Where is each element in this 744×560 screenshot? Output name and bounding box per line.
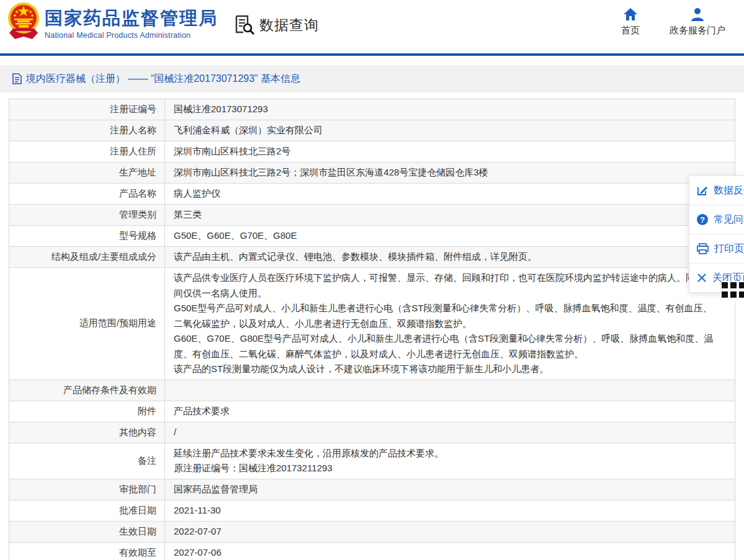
row-value-line: 原注册证编号：国械注准20173211293 — [174, 461, 714, 476]
table-row: 其他内容/ — [9, 422, 735, 443]
nav-item-home[interactable]: 首页 — [621, 7, 640, 37]
menu-item-label: 数据反馈 — [714, 184, 744, 197]
table-row: 生效日期2022-07-07 — [9, 521, 735, 542]
print-icon — [697, 243, 709, 254]
row-value: 第三类 — [165, 205, 735, 225]
nav-item-gov-portal[interactable]: 政务服务门户 — [670, 7, 725, 37]
row-value-line: 飞利浦金科威（深圳）实业有限公司 — [174, 123, 714, 138]
table-row: 型号规格G50E、G60E、G70E、G80E — [9, 225, 735, 246]
row-label: 有效期至 — [9, 543, 165, 560]
menu-item-label: 打印页面 — [714, 242, 744, 256]
top-nav: 首页 政务服务门户 — [621, 7, 725, 37]
row-value-line: 第三类 — [174, 207, 714, 223]
table-row: 注册证编号国械注准20173071293 — [9, 99, 735, 120]
row-value: 该产品供专业医疗人员在医疗环境下监护病人，可报警、显示、存储、回顾和打印，也可在… — [165, 268, 735, 380]
table-row: 附件产品技术要求 — [9, 401, 735, 422]
table-row: 产品储存条件及有效期 — [9, 380, 735, 401]
menu-item-label: 常见问题 — [714, 213, 744, 226]
feedback-edit-icon — [697, 185, 708, 196]
site-header: 国家药品监督管理局 National Medical Products Admi… — [0, 0, 744, 53]
table-row: 注册人名称飞利浦金科威（深圳）实业有限公司 — [9, 120, 735, 141]
row-value: 2021-11-30 — [165, 500, 735, 521]
table-row: 备注延续注册产品技术要求未发生变化，沿用原核发的产品技术要求。原注册证编号：国械… — [9, 443, 735, 479]
row-value-line: 深圳市南山区科技北三路2号；深圳市盐田区东海道428号宝捷仓储园仓库3楼 — [174, 165, 714, 180]
row-label: 备注 — [9, 443, 165, 479]
row-value-line — [174, 383, 714, 398]
row-value: 国家药品监督管理局 — [165, 479, 735, 500]
row-label: 注册人名称 — [9, 120, 165, 141]
faq-question-icon: ? — [697, 214, 708, 225]
row-label: 审批部门 — [9, 479, 165, 500]
document-icon — [12, 73, 22, 84]
qr-code-fragment — [722, 281, 744, 302]
org-name-cn: 国家药品监督管理局 — [45, 7, 218, 29]
page: 国家药品监督管理局 National Medical Products Admi… — [0, 0, 744, 560]
row-value: 病人监护仪 — [165, 184, 735, 204]
row-value-line: 国械注准20173071293 — [174, 102, 714, 117]
org-title-block: 国家药品监督管理局 National Medical Products Admi… — [45, 7, 218, 40]
table-row: 适用范围/预期用途该产品供专业医疗人员在医疗环境下监护病人，可报警、显示、存储、… — [9, 267, 735, 380]
menu-item-print[interactable]: 打印页面 — [689, 234, 744, 263]
org-name-en: National Medical Products Administration — [45, 31, 218, 40]
row-label: 批准日期 — [9, 500, 165, 521]
nav-item-label: 首页 — [621, 25, 640, 37]
row-value-line: G50E、G60E、G70E、G80E — [174, 228, 714, 244]
row-label: 结构及组成/主要组成成分 — [9, 247, 165, 267]
row-value: 延续注册产品技术要求未发生变化，沿用原核发的产品技术要求。原注册证编号：国械注准… — [165, 443, 735, 479]
row-label: 注册人住所 — [9, 141, 165, 162]
info-table: 注册证编号国械注准20173071293注册人名称飞利浦金科威（深圳）实业有限公… — [9, 99, 735, 560]
home-icon — [623, 7, 638, 21]
row-value-line: 2022-07-07 — [174, 524, 714, 540]
section-title: 数据查询 — [259, 16, 319, 35]
row-value-line: G50E型号产品可对成人、小儿和新生儿患者进行心电（含ST段测量和心律失常分析）… — [174, 301, 714, 331]
row-value-line: 深圳市南山区科技北三路2号 — [174, 144, 714, 159]
row-value: 2022-07-07 — [165, 522, 735, 542]
row-value-line: 延续注册产品技术要求未发生变化，沿用原核发的产品技术要求。 — [174, 446, 714, 461]
menu-item-feedback[interactable]: 数据反馈 — [689, 176, 744, 205]
table-row: 结构及组成/主要组成成分该产品由主机、内置式记录仪、锂电池、参数模块、模块插件箱… — [9, 246, 735, 267]
menu-item-faq[interactable]: ? 常见问题 — [689, 205, 744, 234]
row-value-line: G60E、G70E、G80E型号产品可对成人、小儿和新生儿患者进行心电（含ST段… — [174, 331, 714, 362]
row-value-line: 2021-11-30 — [174, 503, 714, 518]
table-row: 生产地址深圳市南山区科技北三路2号；深圳市盐田区东海道428号宝捷仓储园仓库3楼 — [9, 162, 735, 183]
row-value: G50E、G60E、G70E、G80E — [165, 226, 735, 246]
header-divider — [0, 53, 744, 56]
row-value-line: 该产品的ST段测量功能仅为成人设计，不建议临床环境下将该功能用于新生儿和小儿患者… — [174, 362, 714, 377]
row-label: 附件 — [9, 401, 165, 422]
breadcrumb-bar: 境内医疗器械（注册） —— “国械注准20173071293” 基本信息 — [0, 65, 744, 92]
table-row: 审批部门国家药品监督管理局 — [9, 479, 735, 500]
table-row: 批准日期2021-11-30 — [9, 500, 735, 521]
row-value: 2027-07-06 — [165, 543, 735, 560]
nav-item-label: 政务服务门户 — [670, 25, 725, 37]
row-value-line: 2027-07-06 — [174, 545, 714, 560]
row-value: 深圳市南山区科技北三路2号；深圳市盐田区东海道428号宝捷仓储园仓库3楼 — [165, 162, 735, 183]
row-value — [165, 380, 735, 401]
row-value: 国械注准20173071293 — [165, 99, 735, 120]
row-value-line: / — [174, 425, 714, 440]
row-value-line: 病人监护仪 — [174, 186, 714, 202]
table-row: 产品名称病人监护仪 — [9, 183, 735, 204]
row-label: 型号规格 — [9, 226, 165, 246]
row-value-line: 该产品由主机、内置式记录仪、锂电池、参数模块、模块插件箱、附件组成，详见附页。 — [174, 249, 714, 265]
row-value: 深圳市南山区科技北三路2号 — [165, 141, 735, 162]
row-value: 该产品由主机、内置式记录仪、锂电池、参数模块、模块插件箱、附件组成，详见附页。 — [165, 247, 735, 267]
row-value-line: 该产品供专业医疗人员在医疗环境下监护病人，可报警、显示、存储、回顾和打印，也可在… — [174, 270, 714, 301]
row-value: 飞利浦金科威（深圳）实业有限公司 — [165, 120, 735, 141]
data-query-icon — [234, 15, 255, 35]
user-icon — [690, 7, 705, 21]
side-menu: 数据反馈 ? 常见问题 打印页面 关闭页面 — [689, 176, 744, 293]
row-label: 管理类别 — [9, 205, 165, 225]
table-row: 管理类别第三类 — [9, 204, 735, 225]
row-label: 生产地址 — [9, 162, 165, 183]
row-label: 产品名称 — [9, 184, 165, 204]
rows-mount: 注册证编号国械注准20173071293注册人名称飞利浦金科威（深圳）实业有限公… — [9, 99, 735, 560]
row-value: 产品技术要求 — [165, 401, 735, 422]
close-icon — [697, 273, 707, 283]
breadcrumb: 境内医疗器械（注册） —— “国械注准20173071293” 基本信息 — [26, 73, 300, 86]
row-value: / — [165, 422, 735, 443]
row-label: 产品储存条件及有效期 — [9, 380, 165, 401]
row-label: 适用范围/预期用途 — [9, 268, 165, 380]
row-label: 生效日期 — [9, 522, 165, 542]
table-row: 注册人住所深圳市南山区科技北三路2号 — [9, 141, 735, 162]
section-title-block: 数据查询 — [234, 15, 319, 35]
